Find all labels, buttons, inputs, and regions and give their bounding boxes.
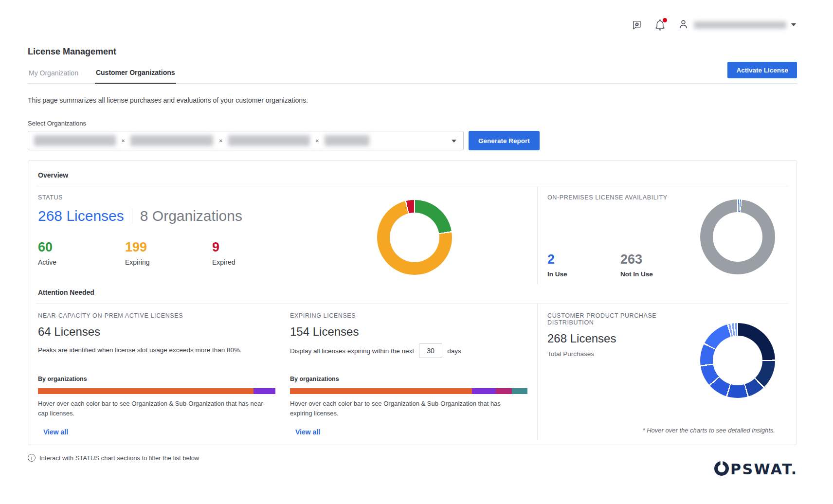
expiring-days-prefix: Display all licenses expiring within the… [290,347,414,355]
opswat-logo: PSWAT. [712,459,809,482]
purchase-distribution-label: CUSTOMER PRODUCT PURCHASE DISTRIBUTION [547,312,700,326]
not-in-use-count: 263 [620,252,653,267]
in-use-count: 2 [547,252,620,267]
organizations-multiselect[interactable]: ✕ ✕ ✕ [28,131,464,150]
expired-count: 9 [212,240,299,255]
remove-chip-icon[interactable]: ✕ [121,138,125,144]
expired-label: Expired [212,258,299,266]
bar-segment[interactable] [512,388,527,394]
summary-card: Overview STATUS 268 Licenses 8 Organizat… [28,160,797,445]
selected-org-chip-blurred[interactable] [325,135,369,146]
onprem-availability-label: ON-PREMISES LICENSE AVAILABILITY [547,194,700,201]
active-count: 60 [38,240,125,255]
headline-divider [132,208,132,224]
bar-segment[interactable] [472,388,496,394]
info-icon: i [28,454,36,462]
active-label: Active [38,258,125,266]
purchase-total-headline: 268 Licenses [547,332,700,345]
in-use-label: In Use [547,270,620,278]
active-stat: 60 Active [38,240,125,266]
expiring-by-org-bar[interactable] [290,388,527,394]
page-title: License Management [28,47,797,57]
near-capacity-description: Peaks are identified when license slot u… [38,346,275,354]
status-donut-chart[interactable] [377,200,452,275]
attention-section-title: Attention Needed [36,285,789,303]
page-description: This page summarizes all license purchas… [28,96,797,104]
expiring-view-all-link[interactable]: View all [295,428,527,436]
not-in-use-stat: 263 Not In Use [620,252,653,278]
selected-org-chip-blurred[interactable] [228,135,310,146]
near-capacity-view-all-link[interactable]: View all [43,428,275,436]
tab-my-organization[interactable]: My Organization [28,69,79,83]
select-caret-down-icon[interactable] [452,140,456,143]
expiring-stat: 199 Expiring [125,240,212,266]
selected-org-chip-blurred[interactable] [34,135,116,146]
bar-segment[interactable] [38,388,254,394]
expired-stat: 9 Expired [212,240,299,266]
in-use-stat: 2 In Use [547,252,620,278]
whats-new-icon[interactable] [632,19,642,30]
near-capacity-headline: 64 Licenses [38,325,275,339]
tab-customer-organizations[interactable]: Customer Organizations [95,69,176,84]
status-filter-note: i Interact with STATUS chart sections to… [28,454,797,462]
tab-bar: My Organization Customer Organizations A… [28,69,797,84]
onprem-availability-donut-chart[interactable] [700,199,775,274]
bar-segment[interactable] [496,388,512,394]
expiring-count: 199 [125,240,212,255]
selected-org-chip-blurred[interactable] [130,135,213,146]
expiring-days-suffix: days [447,347,461,355]
near-capacity-label: NEAR-CAPACITY ON-PREM ACTIVE LICENSES [38,312,275,319]
expiring-licenses-headline: 154 Licenses [290,325,527,339]
person-icon [678,18,689,32]
unread-notification-badge [663,18,667,22]
generate-report-button[interactable]: Generate Report [469,131,540,150]
expiring-licenses-label: EXPIRING LICENSES [290,312,527,319]
overview-section-title: Overview [36,167,789,186]
top-bar [28,17,796,33]
svg-text:PSWAT.: PSWAT. [730,461,798,478]
status-filter-note-text: Interact with STATUS chart sections to f… [39,454,199,462]
notifications-bell-icon[interactable] [655,19,665,31]
activate-license-button[interactable]: Activate License [727,62,797,78]
purchase-distribution-donut-chart[interactable] [700,323,775,398]
near-capacity-hint: Hover over each color bar to see Organiz… [38,399,268,418]
select-organizations-label: Select Organizations [28,120,797,127]
total-licenses-headline: 268 Licenses [38,208,124,224]
expiring-by-org-label: By organizations [290,376,527,382]
near-capacity-by-org-bar[interactable] [38,388,275,394]
near-capacity-by-org-label: By organizations [38,376,275,382]
expiring-hint: Hover over each color bar to see Organiz… [290,399,520,418]
bar-segment[interactable] [254,388,275,394]
purchase-total-sublabel: Total Purchases [547,350,700,358]
user-name-blurred [694,21,786,29]
not-in-use-label: Not In Use [620,270,653,278]
caret-down-icon[interactable] [791,23,796,26]
charts-hover-footnote: * Hover over the charts to see detailed … [547,427,775,436]
expiring-days-input[interactable] [419,343,442,358]
account-menu[interactable] [678,18,796,32]
status-label: STATUS [38,194,349,201]
remove-chip-icon[interactable]: ✕ [218,138,222,144]
expiring-label: Expiring [125,258,212,266]
bar-segment[interactable] [290,388,472,394]
total-organizations-headline: 8 Organizations [140,208,242,224]
remove-chip-icon[interactable]: ✕ [315,138,319,144]
